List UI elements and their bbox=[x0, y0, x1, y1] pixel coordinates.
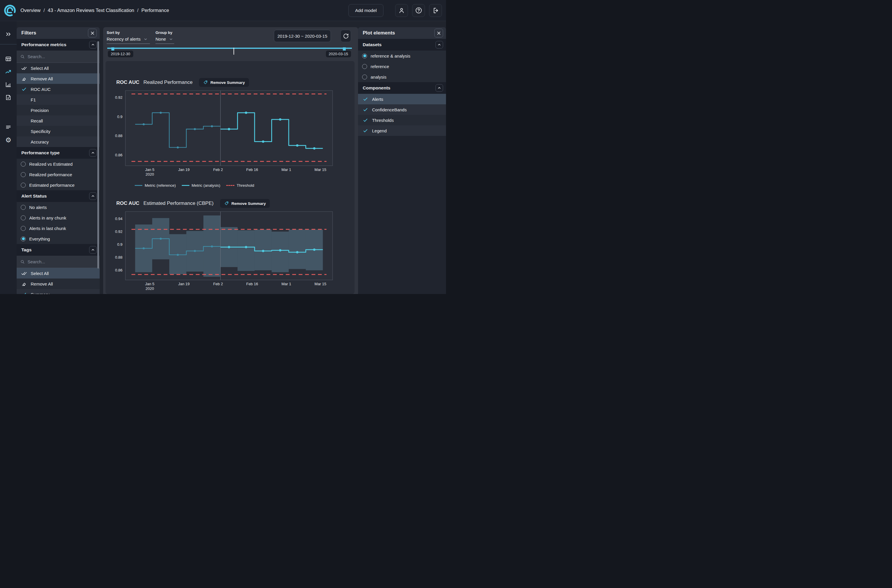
refresh-button[interactable] bbox=[340, 30, 351, 42]
tag-item-summary[interactable]: Summary bbox=[16, 289, 100, 294]
legend-item-reference[interactable]: Metric (reference) bbox=[135, 183, 176, 188]
filters-close-button[interactable] bbox=[88, 28, 97, 38]
dataset-option-reference[interactable]: reference bbox=[358, 61, 446, 72]
sort-by-select[interactable]: Recency of alerts bbox=[107, 35, 150, 44]
metrics-search-input[interactable] bbox=[27, 54, 96, 59]
datasets-title: Datasets bbox=[363, 42, 382, 47]
group-by-label: Group by bbox=[156, 30, 174, 35]
tags-search-input[interactable] bbox=[27, 259, 96, 264]
svg-text:Feb 2: Feb 2 bbox=[213, 282, 223, 286]
svg-text:Feb 16: Feb 16 bbox=[246, 168, 258, 172]
sidebar-item-distribution[interactable] bbox=[0, 80, 16, 89]
remove-summary-label: Remove Summary bbox=[231, 201, 266, 206]
logout-button[interactable] bbox=[429, 4, 442, 17]
component-item-confidence-bands[interactable]: ConfidenceBands bbox=[358, 104, 446, 115]
app-logo-icon[interactable] bbox=[3, 4, 16, 17]
datasets-collapse-button[interactable] bbox=[435, 41, 443, 48]
eraser-icon bbox=[21, 281, 27, 287]
expand-sidebar-button[interactable] bbox=[0, 29, 16, 39]
group-by-select[interactable]: None bbox=[156, 35, 174, 44]
table-icon bbox=[5, 56, 12, 62]
type-option-realized-vs-estimated[interactable]: Realized vs Estimated bbox=[16, 159, 100, 169]
components-title: Components bbox=[363, 86, 390, 91]
legend-label: Metric (analysis) bbox=[192, 183, 220, 188]
plot-elements-close-button[interactable] bbox=[434, 28, 443, 38]
metrics-remove-all[interactable]: Remove All bbox=[16, 74, 100, 84]
metric-item-accuracy[interactable]: Accuracy bbox=[16, 136, 100, 147]
metric-item-recall[interactable]: Recall bbox=[16, 116, 100, 126]
date-range-picker[interactable]: 2019-12-30 ~ 2020-03-15 bbox=[274, 30, 331, 42]
user-account-button[interactable] bbox=[395, 4, 408, 17]
alert-option-everything[interactable]: Everything bbox=[16, 234, 100, 244]
metric-item-f1[interactable]: F1 bbox=[16, 94, 100, 105]
metric-label: ROC AUC bbox=[31, 87, 51, 92]
component-item-thresholds[interactable]: Thresholds bbox=[358, 115, 446, 125]
components-collapse-button[interactable] bbox=[435, 84, 443, 92]
reference-line-swatch bbox=[135, 185, 142, 186]
radio-icon bbox=[21, 162, 26, 166]
check-icon bbox=[21, 87, 27, 92]
slider-track[interactable] bbox=[107, 48, 352, 49]
chevron-up-icon bbox=[91, 151, 95, 155]
breadcrumb-overview[interactable]: Overview bbox=[21, 8, 40, 13]
legend-item-threshold[interactable]: Threshold bbox=[226, 183, 254, 188]
add-model-button[interactable]: Add model bbox=[348, 4, 384, 17]
chevron-up-icon bbox=[91, 194, 95, 198]
metric-item-precision[interactable]: Precision bbox=[16, 105, 100, 116]
settings-gear-icon: ⚙ bbox=[5, 137, 11, 144]
time-range-slider: 2019-12-30 2020-03-15 bbox=[103, 45, 358, 61]
svg-text:ROC AUC: ROC AUC bbox=[111, 237, 112, 254]
alert-status-collapse-button[interactable] bbox=[89, 192, 97, 200]
radio-icon bbox=[21, 215, 26, 220]
tags-collapse-button[interactable] bbox=[89, 246, 97, 254]
dataset-option-reference-analysis[interactable]: reference & analysis bbox=[358, 51, 446, 61]
type-option-label: Realized performance bbox=[29, 172, 72, 177]
component-item-legend[interactable]: Legend bbox=[358, 125, 446, 136]
realized-performance-chart[interactable]: 0.860.880.90.92ROC AUCJan 52020Jan 19Feb… bbox=[111, 88, 351, 176]
svg-text:0.86: 0.86 bbox=[115, 268, 123, 272]
sidebar-item-settings[interactable]: ⚙ bbox=[0, 135, 16, 145]
close-icon bbox=[437, 31, 441, 35]
remove-summary-label: Remove Summary bbox=[210, 80, 245, 85]
metric-item-specificity[interactable]: Specificity bbox=[16, 126, 100, 136]
alert-option-label: Everything bbox=[29, 236, 50, 242]
tags-remove-all[interactable]: Remove All bbox=[16, 279, 100, 289]
threshold-swatch bbox=[226, 185, 234, 186]
component-label: Alerts bbox=[372, 97, 383, 102]
metrics-select-all[interactable]: Select All bbox=[16, 63, 100, 74]
metric-item-roc-auc[interactable]: ROC AUC bbox=[16, 84, 100, 94]
analysis-line-swatch bbox=[182, 185, 189, 186]
alert-option-any-chunk[interactable]: Alerts in any chunk bbox=[16, 213, 100, 223]
performance-metrics-collapse-button[interactable] bbox=[89, 41, 97, 48]
remove-summary-button[interactable]: Remove Summary bbox=[199, 78, 249, 87]
svg-text:Jan 19: Jan 19 bbox=[178, 168, 190, 172]
sidebar-item-performance[interactable] bbox=[0, 67, 16, 76]
radio-selected-icon bbox=[21, 236, 26, 242]
breadcrumb-model[interactable]: 43 - Amazon Reviews Text Classification bbox=[48, 8, 134, 13]
type-option-label: Estimated performance bbox=[29, 183, 75, 188]
estimated-performance-chart[interactable]: 0.860.880.90.920.94ROC AUCJan 52020Jan 1… bbox=[111, 209, 351, 294]
legend-item-analysis[interactable]: Metric (analysis) bbox=[182, 183, 220, 188]
component-item-alerts[interactable]: Alerts bbox=[358, 94, 446, 104]
svg-text:0.88: 0.88 bbox=[115, 134, 123, 138]
dataset-option-label: reference bbox=[370, 64, 389, 69]
alert-option-last-chunk[interactable]: Alerts in last chunk bbox=[16, 223, 100, 234]
remove-summary-button[interactable]: Remove Summary bbox=[220, 199, 270, 208]
alert-option-no-alerts[interactable]: No alerts bbox=[16, 202, 100, 213]
help-button[interactable] bbox=[412, 4, 425, 17]
type-option-realized[interactable]: Realized performance bbox=[16, 169, 100, 180]
filters-scrollbar[interactable] bbox=[97, 41, 99, 268]
tags-select-all[interactable]: Select All bbox=[16, 268, 100, 279]
performance-type-collapse-button[interactable] bbox=[89, 149, 97, 157]
chevron-up-icon bbox=[91, 248, 95, 252]
sidebar-item-reports[interactable] bbox=[0, 92, 16, 102]
refresh-icon bbox=[343, 33, 349, 39]
sidebar-item-logs[interactable] bbox=[0, 122, 16, 132]
chevron-down-icon bbox=[169, 37, 173, 41]
breadcrumb-performance[interactable]: Performance bbox=[141, 8, 169, 13]
dataset-option-analysis[interactable]: analysis bbox=[358, 72, 446, 82]
type-option-estimated[interactable]: Estimated performance bbox=[16, 180, 100, 190]
svg-text:Mar 1: Mar 1 bbox=[282, 282, 291, 286]
type-option-label: Realized vs Estimated bbox=[29, 162, 72, 166]
sidebar-item-data-table[interactable] bbox=[0, 54, 16, 64]
